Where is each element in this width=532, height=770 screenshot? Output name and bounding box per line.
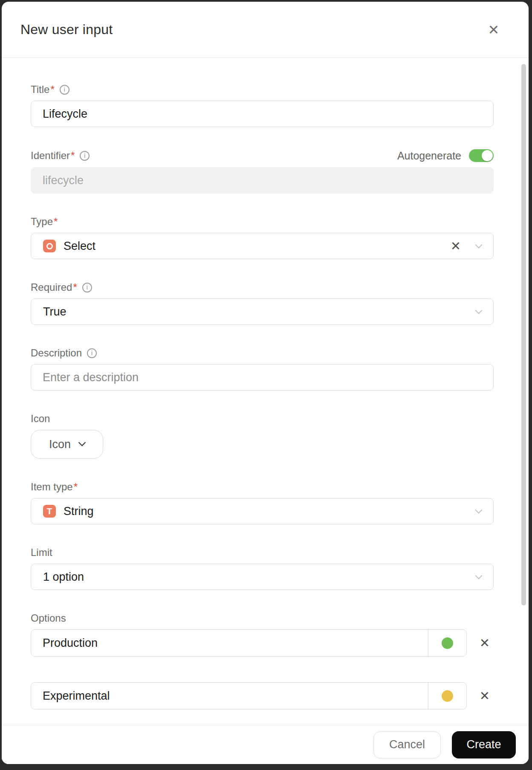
new-user-input-dialog: New user input ✕ Title * i Identifier * … xyxy=(2,2,529,764)
autogenerate-toggle[interactable] xyxy=(469,149,494,162)
icon-field-section: Icon Icon xyxy=(31,413,494,459)
select-type-icon xyxy=(43,240,56,252)
description-field-section: Description i xyxy=(31,347,494,391)
limit-select-value: 1 option xyxy=(43,570,84,584)
required-info-icon[interactable]: i xyxy=(82,283,92,292)
dialog-title: New user input xyxy=(20,22,113,38)
item-type-chevron-down-icon[interactable] xyxy=(475,507,483,514)
required-select[interactable]: True xyxy=(31,298,494,325)
item-type-select-value: String xyxy=(64,505,94,518)
type-label: Type xyxy=(31,216,53,228)
dialog-body: Title * i Identifier * i Autogenerate xyxy=(2,58,529,709)
type-select-value: Select xyxy=(64,240,95,253)
required-select-value: True xyxy=(43,305,66,318)
description-label-row: Description i xyxy=(31,347,494,359)
type-chevron-down-icon[interactable] xyxy=(475,241,483,249)
required-label: Required xyxy=(31,281,72,293)
icon-picker-button[interactable]: Icon xyxy=(31,430,103,459)
options-label-row: Options xyxy=(31,612,494,624)
body-scrollbar-thumb[interactable] xyxy=(521,64,526,605)
identifier-info-icon[interactable]: i xyxy=(80,151,90,161)
identifier-field-section: Identifier * i Autogenerate xyxy=(31,149,494,194)
description-input[interactable] xyxy=(31,364,494,391)
title-label-row: Title * i xyxy=(31,84,494,96)
limit-chevron-down-icon[interactable] xyxy=(475,572,483,579)
cancel-button[interactable]: Cancel xyxy=(373,731,441,758)
limit-field-section: Limit 1 option xyxy=(31,547,494,590)
option-remove-icon[interactable]: ✕ xyxy=(476,634,493,651)
option-color-dot xyxy=(442,637,453,649)
autogenerate-label: Autogenerate xyxy=(397,150,461,162)
required-chevron-down-icon[interactable] xyxy=(475,307,483,314)
title-input[interactable] xyxy=(31,101,494,127)
select-type-ring-glyph xyxy=(46,243,53,249)
identifier-label-row: Identifier * i Autogenerate xyxy=(31,149,494,162)
create-button[interactable]: Create xyxy=(452,731,516,758)
option-color-picker[interactable] xyxy=(428,683,466,709)
title-label: Title xyxy=(31,84,49,96)
type-clear-icon[interactable]: ✕ xyxy=(451,240,461,252)
option-remove-icon[interactable]: ✕ xyxy=(476,687,493,704)
title-required-asterisk: * xyxy=(50,84,54,96)
type-required-asterisk: * xyxy=(54,216,58,228)
item-type-select[interactable]: T String xyxy=(31,498,494,524)
item-type-label: Item type xyxy=(31,481,73,493)
identifier-input[interactable] xyxy=(31,167,494,194)
required-label-row: Required * i xyxy=(31,281,494,293)
options-field-section: Options ✕ ✕ xyxy=(31,612,494,709)
close-icon[interactable]: ✕ xyxy=(485,21,502,38)
item-type-label-row: Item type * xyxy=(31,481,494,493)
type-field-section: Type * Select ✕ xyxy=(31,216,494,259)
dialog-footer: Cancel Create xyxy=(2,725,529,764)
toggle-knob xyxy=(482,150,493,161)
option-row-production: ✕ xyxy=(31,629,494,657)
option-value-input[interactable] xyxy=(31,683,428,709)
type-label-row: Type * xyxy=(31,216,494,228)
dialog-header: New user input ✕ xyxy=(2,2,529,58)
option-pill xyxy=(31,682,467,709)
item-type-field-section: Item type * T String xyxy=(31,481,494,524)
string-type-icon: T xyxy=(43,505,56,518)
identifier-label: Identifier xyxy=(31,150,70,162)
required-required-asterisk: * xyxy=(73,281,77,293)
icon-picker-chevron-down-icon xyxy=(78,439,86,446)
description-info-icon[interactable]: i xyxy=(87,348,97,358)
type-select[interactable]: Select ✕ xyxy=(31,233,494,259)
options-label: Options xyxy=(31,612,66,624)
title-info-icon[interactable]: i xyxy=(60,85,69,95)
item-type-required-asterisk: * xyxy=(74,481,78,493)
icon-label-row: Icon xyxy=(31,413,494,425)
required-field-section: Required * i True xyxy=(31,281,494,325)
limit-select[interactable]: 1 option xyxy=(31,564,494,590)
option-color-dot xyxy=(442,690,453,702)
option-color-picker[interactable] xyxy=(428,630,466,656)
icon-picker-value: Icon xyxy=(49,438,71,451)
icon-label: Icon xyxy=(31,413,50,425)
option-value-input[interactable] xyxy=(31,630,428,656)
string-type-glyph: T xyxy=(47,506,52,516)
title-field-section: Title * i xyxy=(31,84,494,127)
option-pill xyxy=(31,629,467,657)
limit-label: Limit xyxy=(31,547,52,559)
option-row-experimental: ✕ xyxy=(31,682,494,709)
limit-label-row: Limit xyxy=(31,547,494,559)
identifier-required-asterisk: * xyxy=(71,150,75,162)
description-label: Description xyxy=(31,347,82,359)
